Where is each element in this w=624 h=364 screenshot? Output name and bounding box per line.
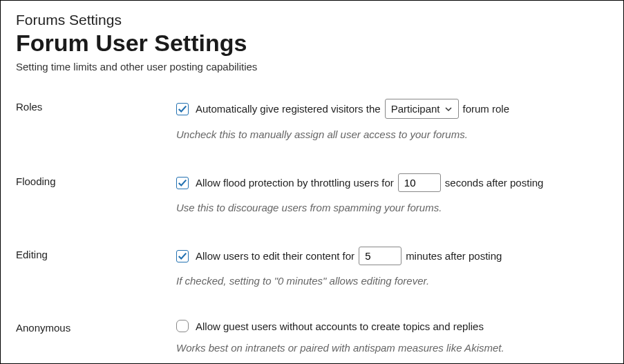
anonymous-checkbox[interactable] <box>176 320 189 332</box>
anonymous-control-line: Allow guest users without accounts to cr… <box>176 320 608 332</box>
roles-checkbox[interactable] <box>176 103 189 115</box>
flooding-help: Use this to discourage users from spammi… <box>176 202 608 213</box>
roles-text-before: Automatically give registered visitors t… <box>196 103 381 115</box>
setting-label-anonymous: Anonymous <box>16 320 176 354</box>
roles-control-line: Automatically give registered visitors t… <box>176 99 608 119</box>
check-icon <box>178 178 187 188</box>
editing-control-line: Allow users to edit their content for mi… <box>176 247 608 265</box>
setting-row-roles: Roles Automatically give registered visi… <box>16 99 608 140</box>
editing-text-before: Allow users to edit their content for <box>196 250 354 262</box>
setting-row-editing: Editing Allow users to edit their conten… <box>16 247 608 287</box>
setting-label-roles: Roles <box>16 99 176 140</box>
setting-row-anonymous: Anonymous Allow guest users without acco… <box>16 320 608 354</box>
flooding-input[interactable] <box>398 173 441 192</box>
check-icon <box>178 104 187 114</box>
page-subtitle: Setting time limits and other user posti… <box>16 61 608 73</box>
anonymous-text: Allow guest users without accounts to cr… <box>196 320 484 332</box>
setting-content-anonymous: Allow guest users without accounts to cr… <box>176 320 608 354</box>
setting-content-editing: Allow users to edit their content for mi… <box>176 247 608 287</box>
roles-select[interactable]: Participant <box>385 99 459 119</box>
anonymous-help: Works best on intranets or paired with a… <box>176 342 608 354</box>
roles-text-after: forum role <box>463 103 510 115</box>
editing-input[interactable] <box>359 247 401 265</box>
flooding-text-before: Allow flood protection by throttling use… <box>196 177 394 189</box>
flooding-text-after: seconds after posting <box>445 177 544 189</box>
flooding-control-line: Allow flood protection by throttling use… <box>176 173 608 192</box>
roles-select-value: Participant <box>391 103 440 115</box>
flooding-checkbox[interactable] <box>176 177 189 189</box>
roles-help: Uncheck this to manually assign all user… <box>176 128 608 140</box>
chevron-down-icon <box>444 105 453 113</box>
page-title: Forum User Settings <box>16 30 608 57</box>
setting-content-flooding: Allow flood protection by throttling use… <box>176 173 608 213</box>
editing-checkbox[interactable] <box>176 250 189 262</box>
setting-content-roles: Automatically give registered visitors t… <box>176 99 608 140</box>
setting-label-editing: Editing <box>16 247 176 287</box>
editing-text-after: minutes after posting <box>406 250 502 262</box>
breadcrumb: Forums Settings <box>16 12 608 28</box>
editing-help: If checked, setting to "0 minutes" allow… <box>176 275 608 287</box>
setting-row-flooding: Flooding Allow flood protection by throt… <box>16 173 608 213</box>
check-icon <box>178 251 187 261</box>
setting-label-flooding: Flooding <box>16 173 176 213</box>
